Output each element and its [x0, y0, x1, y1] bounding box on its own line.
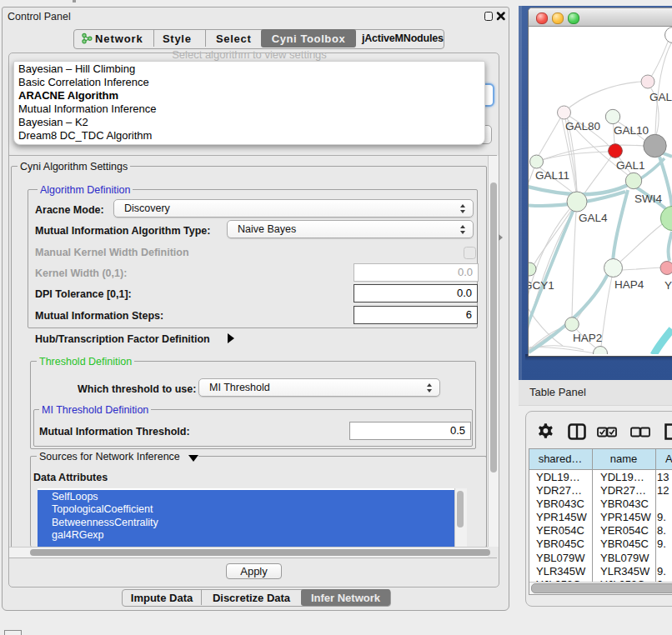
svg-text:GCY1: GCY1 [529, 279, 554, 292]
svg-text:GAL10: GAL10 [614, 124, 649, 137]
svg-text:HAP4: HAP4 [614, 278, 644, 291]
svg-text:GAL80: GAL80 [565, 120, 600, 132]
svg-text:Y: Y [664, 279, 672, 292]
svg-text:GAL4: GAL4 [579, 212, 608, 224]
svg-text:GAL2: GAL2 [649, 91, 672, 103]
svg-text:SWI4: SWI4 [634, 192, 662, 205]
svg-text:HAP2: HAP2 [573, 332, 602, 344]
svg-text:GAL11: GAL11 [535, 169, 569, 182]
svg-text:GAL1: GAL1 [616, 159, 645, 172]
